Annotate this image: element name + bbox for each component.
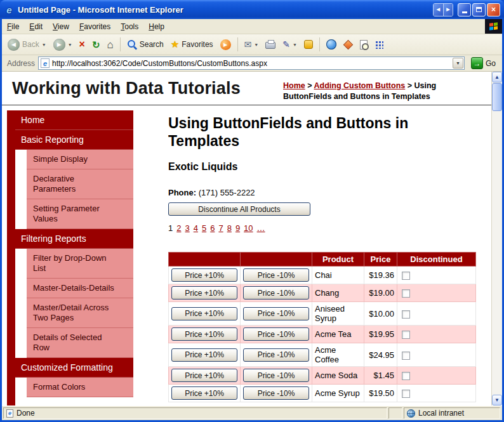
media-button[interactable]: ▶ xyxy=(217,37,234,52)
search-label: Search xyxy=(140,40,164,49)
price-up-button[interactable]: Price +10% xyxy=(171,369,237,382)
price-cell: $19.36 xyxy=(364,267,397,284)
title-nav-back-button[interactable]: ◀ xyxy=(434,4,443,16)
toolbar-separator xyxy=(237,37,238,51)
price-up-button[interactable]: Price +10% xyxy=(171,327,237,341)
home-icon: ⌂ xyxy=(107,40,113,49)
sidebar-item-details-of-selected-row[interactable]: Details of Selected Row xyxy=(27,328,133,358)
pager-page-link[interactable]: 8 xyxy=(227,223,232,233)
price-up-button[interactable]: Price +10% xyxy=(171,348,237,362)
vertical-scrollbar: ▲ ▼ xyxy=(491,72,502,406)
sidebar-item-format-colors[interactable]: Format Colors xyxy=(27,378,133,397)
mail-button[interactable]: ✉ ▼ xyxy=(241,39,262,51)
pager-page-link[interactable]: 2 xyxy=(176,223,181,233)
pager: 12345678910… xyxy=(168,223,485,233)
minimize-button[interactable] xyxy=(458,3,471,16)
discontinued-checkbox[interactable] xyxy=(402,289,410,298)
breadcrumb-link-home[interactable]: Home xyxy=(283,81,305,90)
price-down-button[interactable]: Price -10% xyxy=(243,286,309,300)
edit-button[interactable]: ✎ ▼ xyxy=(279,39,300,51)
scrollbar-thumb[interactable] xyxy=(492,83,502,111)
pager-page-link[interactable]: 4 xyxy=(194,223,198,233)
price-cell: $19.00 xyxy=(364,284,397,302)
pager-page-link[interactable]: 7 xyxy=(218,223,223,233)
price-up-button[interactable]: Price +10% xyxy=(171,386,237,400)
sidebar-item-filtering-reports[interactable]: Filtering Reports xyxy=(15,229,133,249)
discontinued-checkbox[interactable] xyxy=(402,390,410,398)
back-button[interactable]: ◀ Back ▼ xyxy=(4,37,50,53)
discontinued-checkbox[interactable] xyxy=(402,352,410,360)
pager-page-link[interactable]: 5 xyxy=(202,223,206,233)
pager-page-link[interactable]: 6 xyxy=(210,223,215,233)
price-up-button[interactable]: Price +10% xyxy=(171,307,237,320)
favorites-button[interactable]: ★ Favorites xyxy=(168,38,216,51)
price-down-button[interactable]: Price -10% xyxy=(243,307,309,320)
window-title: Untitled Page - Microsoft Internet Explo… xyxy=(18,5,433,15)
menu-item-view[interactable]: View xyxy=(48,19,74,34)
sidebar-strip xyxy=(7,110,15,406)
menu-item-edit[interactable]: Edit xyxy=(24,19,48,34)
discontinued-checkbox[interactable] xyxy=(402,272,410,280)
sidebar-item-setting-parameter-values[interactable]: Setting Parameter Values xyxy=(27,199,133,229)
maximize-button[interactable] xyxy=(472,3,486,16)
print-button[interactable] xyxy=(262,38,279,51)
gem-button[interactable] xyxy=(340,38,356,51)
pager-page-link[interactable]: 3 xyxy=(185,223,189,233)
pager-page-link[interactable]: … xyxy=(257,223,265,233)
discontinued-cell xyxy=(397,367,476,385)
pager-page-link[interactable]: 10 xyxy=(244,223,253,233)
product-cell: Chang xyxy=(312,284,364,302)
forward-button[interactable]: ▶ ▼ xyxy=(50,37,76,53)
ie-logo-icon: e xyxy=(4,4,15,15)
price-down-button[interactable]: Price -10% xyxy=(243,327,309,341)
product-cell: Acme Syrup xyxy=(312,385,364,402)
address-input[interactable] xyxy=(52,59,453,68)
sidebar-item-filter-by-drop-down-list[interactable]: Filter by Drop-Down List xyxy=(27,249,133,279)
price-down-button[interactable]: Price -10% xyxy=(243,369,309,382)
sidebar-item-master-detail-across-two-pages[interactable]: Master/Detail Across Two Pages xyxy=(27,298,133,328)
price-down-button[interactable]: Price -10% xyxy=(243,386,309,400)
close-button[interactable]: × xyxy=(487,3,500,16)
toolbar-separator xyxy=(319,37,320,51)
discontinued-checkbox[interactable] xyxy=(402,331,410,339)
page-ie-icon: e xyxy=(41,58,50,68)
go-button[interactable]: → Go xyxy=(468,57,499,69)
world-button[interactable] xyxy=(323,37,340,51)
price-up-button[interactable]: Price +10% xyxy=(171,268,237,282)
discontinued-checkbox[interactable] xyxy=(402,372,410,380)
messenger-button[interactable] xyxy=(301,38,316,51)
discontinued-checkbox[interactable] xyxy=(402,310,410,319)
breadcrumb-link-adding-custom-buttons[interactable]: Adding Custom Buttons xyxy=(314,81,406,90)
discontinue-all-button[interactable]: Discontinue All Products xyxy=(168,202,310,216)
sidebar-item-declarative-parameters[interactable]: Declarative Parameters xyxy=(27,169,133,199)
sidebar-item-customized-formatting[interactable]: Customized Formatting xyxy=(15,358,133,378)
scroll-down-button[interactable]: ▼ xyxy=(492,395,502,406)
sidebar-item-basic-reporting[interactable]: Basic Reporting xyxy=(15,130,133,150)
home-button[interactable]: ⌂ xyxy=(103,38,116,51)
menu-item-file[interactable]: File xyxy=(2,19,24,34)
gem-icon xyxy=(343,39,354,49)
title-nav-forward-button[interactable]: ▶ xyxy=(443,4,453,16)
scrollbar-track[interactable] xyxy=(492,112,502,395)
dots-grid-icon xyxy=(375,40,383,49)
menu-item-tools[interactable]: Tools xyxy=(116,19,143,34)
globe-icon xyxy=(407,409,415,418)
pager-page-link[interactable]: 9 xyxy=(235,223,240,233)
stop-button[interactable]: × xyxy=(76,38,88,51)
page-find-button[interactable] xyxy=(357,38,371,51)
refresh-button[interactable]: ↻ xyxy=(89,38,103,51)
sidebar-item-master-details-details[interactable]: Master-Details-Details xyxy=(27,279,133,298)
refresh-icon: ↻ xyxy=(92,40,100,49)
price-down-button[interactable]: Price -10% xyxy=(243,348,309,362)
price-down-button[interactable]: Price -10% xyxy=(243,268,309,282)
grid-tool-button[interactable] xyxy=(371,38,387,51)
address-bar: Address e ▼ → Go xyxy=(2,55,502,72)
scroll-up-button[interactable]: ▲ xyxy=(492,72,502,82)
address-dropdown-button[interactable]: ▼ xyxy=(453,58,463,69)
sidebar-item-simple-display[interactable]: Simple Display xyxy=(27,150,133,169)
menu-item-favorites[interactable]: Favorites xyxy=(74,19,116,34)
sidebar-item-home[interactable]: Home xyxy=(15,110,133,130)
menu-item-help[interactable]: Help xyxy=(143,19,169,34)
price-up-button[interactable]: Price +10% xyxy=(171,286,237,300)
search-button[interactable]: Search xyxy=(124,37,167,51)
